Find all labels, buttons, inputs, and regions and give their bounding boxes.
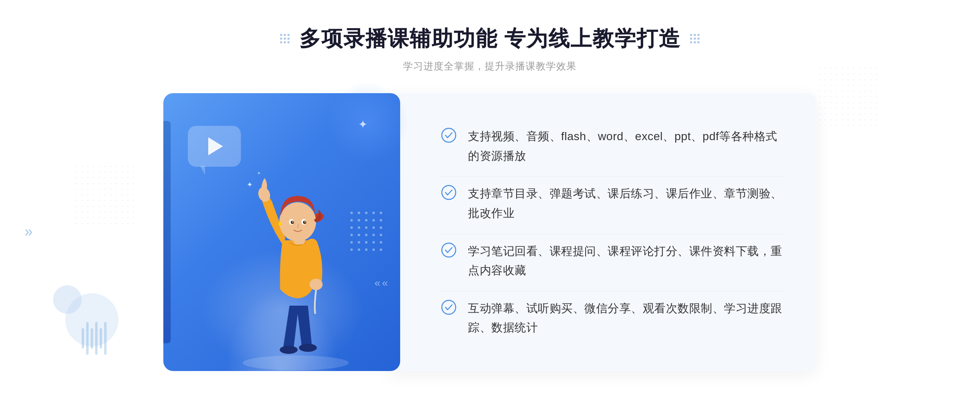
features-panel: 支持视频、音频、flash、word、excel、ppt、pdf等各种格式的资源… <box>388 93 817 371</box>
deco-circle-2 <box>53 285 82 314</box>
svg-point-2 <box>299 344 317 352</box>
title-wrapper: 多项录播课辅助功能 专为线上教学打造 <box>279 25 701 53</box>
svg-point-4 <box>310 279 323 290</box>
illustration-panel: ✦ <box>163 93 400 371</box>
check-icon-1 <box>441 127 457 143</box>
sub-title: 学习进度全掌握，提升录播课教学效果 <box>279 60 701 73</box>
play-icon <box>208 137 223 155</box>
header-section: 多项录播课辅助功能 专为线上教学打造 学习进度全掌握，提升录播课教学效果 <box>279 25 701 73</box>
svg-point-13 <box>278 222 282 226</box>
feature-item-3: 学习笔记回看、课程提问、课程评论打分、课件资料下载，重点内容收藏 <box>441 234 784 288</box>
svg-text:✦: ✦ <box>257 170 261 176</box>
feature-text-4: 互动弹幕、试听购买、微信分享、观看次数限制、学习进度跟踪、数据统计 <box>468 299 784 338</box>
check-icon-2 <box>441 185 457 200</box>
svg-point-17 <box>442 186 456 199</box>
svg-point-9 <box>292 221 294 223</box>
content-area: ✦ <box>163 93 817 371</box>
svg-point-6 <box>279 202 316 241</box>
check-icon-4 <box>441 300 457 315</box>
bg-vertical-lines <box>82 322 107 355</box>
feature-item-2: 支持章节目录、弹题考试、课后练习、课后作业、章节测验、批改作业 <box>441 176 784 230</box>
svg-point-18 <box>442 243 456 257</box>
dot-pattern-left <box>74 163 139 229</box>
svg-point-12 <box>305 221 306 223</box>
svg-point-19 <box>442 300 456 314</box>
svg-point-1 <box>280 346 298 354</box>
svg-text:✦: ✦ <box>247 181 253 189</box>
dot-pattern-right <box>817 65 882 131</box>
feature-item-4: 互动弹幕、试听购买、微信分享、观看次数限制、学习进度跟踪、数据统计 <box>441 291 784 345</box>
figure-container: ✦ ✦ <box>226 134 365 371</box>
deco-chevron-left: » <box>24 223 33 240</box>
feature-text-2: 支持章节目录、弹题考试、课后练习、课后作业、章节测验、批改作业 <box>468 184 784 223</box>
illus-arrows: « « <box>374 277 388 289</box>
title-deco-right <box>689 33 701 45</box>
svg-point-0 <box>243 356 349 370</box>
illus-side-bar <box>163 121 171 343</box>
svg-point-16 <box>442 128 456 142</box>
deco-star: ✦ <box>358 118 368 131</box>
feature-text-1: 支持视频、音频、flash、word、excel、ppt、pdf等各种格式的资源… <box>468 127 784 165</box>
feature-item-1: 支持视频、音频、flash、word、excel、ppt、pdf等各种格式的资源… <box>441 119 784 173</box>
check-icon-3 <box>441 242 457 258</box>
main-title: 多项录播课辅助功能 专为线上教学打造 <box>299 25 681 53</box>
feature-text-3: 学习笔记回看、课程提问、课程评论打分、课件资料下载，重点内容收藏 <box>468 241 784 280</box>
title-deco-left <box>279 33 291 45</box>
